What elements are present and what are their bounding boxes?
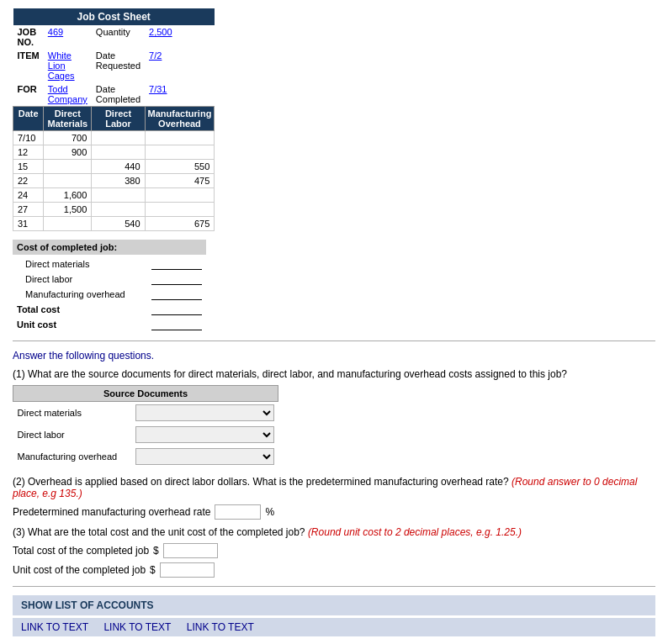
percent-sign: % [265, 506, 274, 518]
q3-text: (3) What are the total cost and the unit… [13, 526, 655, 538]
table-row: 12 [13, 145, 44, 160]
divider-1 [13, 340, 655, 341]
table-row [92, 145, 145, 160]
q1-dm-select[interactable]: Materials Requisition Slip Labor Time Ti… [135, 404, 274, 421]
q3-section: (3) What are the total cost and the unit… [13, 526, 655, 578]
table-row: 27 [13, 203, 44, 217]
for-label: FOR [18, 84, 37, 94]
table-row: 540 [92, 217, 145, 231]
link-to-text-2[interactable]: LINK TO TEXT [103, 621, 171, 633]
cost-completed-section: Cost of completed job: Direct materials … [13, 240, 206, 332]
overhead-rate-input[interactable] [215, 504, 261, 520]
answer-intro: Answer the following questions. [13, 350, 655, 362]
table-title: Job Cost Sheet [13, 8, 215, 25]
unit-cost-value [151, 319, 202, 330]
unit-cost-label: Unit cost [17, 319, 56, 330]
for-value: Todd Company [48, 84, 87, 104]
table-row [92, 188, 145, 203]
unit-cost-input[interactable] [160, 562, 215, 578]
date-completed-value: 7/31 [149, 84, 167, 94]
table-row [44, 174, 92, 188]
total-cost-value [151, 304, 202, 315]
direct-materials-value [151, 258, 202, 270]
date-completed-label: Date Completed [96, 84, 140, 104]
item-label: ITEM [18, 50, 40, 61]
currency-sign-2: $ [150, 564, 156, 576]
col-date: Date [13, 107, 44, 131]
col-manufacturing-overhead: Manufacturing Overhead [145, 107, 215, 131]
show-list-bar[interactable]: SHOW LIST OF ACCOUNTS [13, 595, 655, 615]
table-row: 1,600 [44, 188, 92, 203]
q1-dm-label: Direct materials [13, 402, 131, 425]
table-row: 31 [13, 217, 44, 231]
mfg-overhead-label: Manufacturing overhead [25, 289, 125, 299]
total-cost-input-row: Total cost of the completed job $ [13, 543, 655, 558]
direct-labor-row: Direct labor [13, 272, 206, 287]
q3-emphasis: (Round unit cost to 2 decimal places, e.… [308, 526, 522, 538]
show-list-label: SHOW LIST OF ACCOUNTS [21, 599, 154, 611]
table-row: 440 [92, 160, 145, 174]
job-no-value: 469 [48, 27, 63, 37]
date-requested-value: 7/2 [149, 50, 162, 61]
divider-2 [13, 586, 655, 587]
mfg-overhead-row: Manufacturing overhead [13, 287, 206, 302]
link-to-text-1[interactable]: LINK TO TEXT [21, 621, 88, 633]
link-to-text-3[interactable]: LINK TO TEXT [187, 621, 254, 633]
unit-cost-row: Unit cost [13, 317, 206, 332]
direct-labor-value [151, 273, 202, 285]
q2-text: (2) Overhead is applied based on direct … [13, 476, 655, 499]
direct-materials-label: Direct materials [25, 259, 89, 269]
col-direct-materials: Direct Materials [44, 107, 92, 131]
table-row [145, 203, 215, 217]
direct-materials-row: Direct materials [13, 256, 206, 272]
link-bar: LINK TO TEXT LINK TO TEXT LINK TO TEXT [13, 618, 655, 636]
item-value: White Lion Cages [48, 50, 75, 81]
mfg-overhead-value [151, 288, 202, 300]
table-row: 700 [44, 131, 92, 145]
direct-labor-label: Direct labor [25, 274, 72, 284]
table-row: 900 [44, 145, 92, 160]
overhead-rate-row: Predetermined manufacturing overhead rat… [13, 504, 655, 520]
q1-text: (1) What are the source documents for di… [13, 368, 655, 380]
source-docs-header: Source Documents [13, 386, 278, 402]
table-row [145, 188, 215, 203]
q2-section: (2) Overhead is applied based on direct … [13, 476, 655, 520]
job-cost-sheet-table: Job Cost Sheet JOB NO. 469 Quantity 2,50… [13, 8, 215, 231]
quantity-value: 2,500 [149, 27, 172, 37]
table-row [145, 145, 215, 160]
currency-sign-1: $ [153, 545, 159, 557]
total-cost-label: Total cost [17, 304, 60, 314]
table-row [92, 203, 145, 217]
total-cost-input-label: Total cost of the completed job [13, 545, 149, 557]
total-cost-input[interactable] [163, 543, 218, 558]
total-cost-row: Total cost [13, 302, 206, 317]
table-row [145, 131, 215, 145]
unit-cost-input-label: Unit cost of the completed job [13, 564, 146, 576]
table-row [44, 160, 92, 174]
q1-mfg-select[interactable]: Materials Requisition Slip Labor Time Ti… [135, 448, 274, 465]
table-row: 675 [145, 217, 215, 231]
table-row: 22 [13, 174, 44, 188]
date-requested-label: Date Requested [96, 50, 140, 71]
table-row [44, 217, 92, 231]
quantity-label: Quantity [96, 27, 130, 37]
q1-dl-label: Direct labor [13, 424, 131, 446]
table-row: 475 [145, 174, 215, 188]
answer-intro-text: Answer the following questions. [13, 350, 655, 362]
table-row [92, 131, 145, 145]
col-direct-labor: Direct Labor [92, 107, 145, 131]
unit-cost-input-row: Unit cost of the completed job $ [13, 562, 655, 578]
cost-completed-header: Cost of completed job: [13, 240, 206, 255]
table-row: 7/10 [13, 131, 44, 145]
q1-dl-select[interactable]: Materials Requisition Slip Labor Time Ti… [135, 426, 274, 443]
q1-section: (1) What are the source documents for di… [13, 368, 655, 467]
q1-mfg-label: Manufacturing overhead [13, 446, 131, 467]
source-docs-table: Source Documents Direct materials Materi… [13, 385, 278, 467]
table-row: 380 [92, 174, 145, 188]
table-row: 1,500 [44, 203, 92, 217]
table-row: 550 [145, 160, 215, 174]
table-row: 15 [13, 160, 44, 174]
overhead-rate-label: Predetermined manufacturing overhead rat… [13, 506, 210, 518]
table-row: 24 [13, 188, 44, 203]
job-no-label: JOB NO. [18, 27, 37, 47]
